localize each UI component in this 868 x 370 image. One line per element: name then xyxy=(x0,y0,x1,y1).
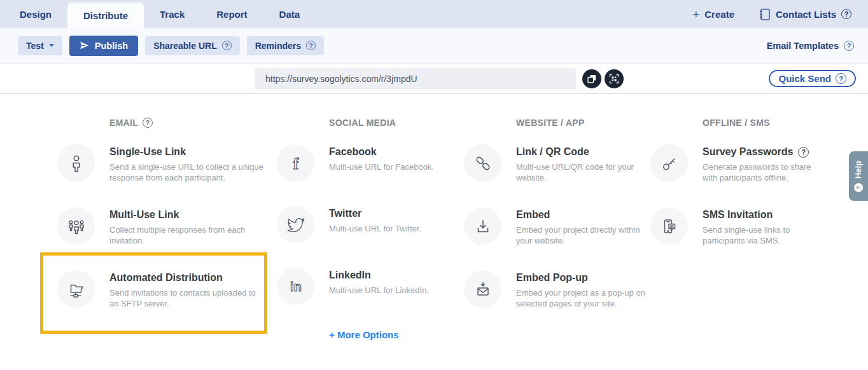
option-title-label: Twitter xyxy=(329,208,361,219)
embed-download-icon xyxy=(464,207,501,245)
test-dropdown[interactable]: Test xyxy=(18,36,62,55)
shareable-url-label: Shareable URL xyxy=(153,41,217,51)
svg-text:in: in xyxy=(290,280,302,294)
folder-network-icon xyxy=(57,270,95,308)
option-description: Send a single-use URL to collect a uniqu… xyxy=(109,161,263,183)
distribute-page: Design Distribute Track Report Data + Cr… xyxy=(0,0,868,370)
create-button[interactable]: + Create xyxy=(692,8,734,20)
email-templates-button[interactable]: Email Templates ? xyxy=(767,41,854,51)
option-description: Multi-use URL for LinkedIn. xyxy=(329,285,429,296)
main-tabs: Design Distribute Track Report Data xyxy=(4,0,316,28)
option-single-use-link[interactable]: Single-Use Link Send a single-use URL to… xyxy=(57,144,277,183)
phone-sms-icon xyxy=(650,207,688,245)
option-title: SMS Invitation xyxy=(703,209,827,221)
facebook-icon: f xyxy=(277,144,314,182)
column-website-app: WEBSITE / APP Link / QR Code Multi-u xyxy=(464,118,650,340)
option-description: Generate passwords to share with partici… xyxy=(703,161,827,183)
option-description: Collect multiple responses from each inv… xyxy=(109,224,263,246)
option-description: Embed your project as a pop-up on select… xyxy=(516,287,647,309)
option-twitter[interactable]: Twitter Multi-use URL for Twitter. xyxy=(277,206,464,243)
option-title: Twitter xyxy=(329,208,421,219)
option-title: Multi-Use Link xyxy=(109,209,263,221)
help-icon[interactable]: ? xyxy=(306,41,316,50)
help-icon[interactable]: ? xyxy=(798,147,809,158)
option-automated-distribution[interactable]: Automated Distribution Send invitations … xyxy=(57,270,277,309)
column-header-label: EMAIL xyxy=(109,118,138,128)
link-chain-icon xyxy=(464,144,501,182)
option-description: Multi-use URL for Facebook. xyxy=(329,161,434,172)
option-description: Multi-use URL for Twitter. xyxy=(329,223,421,234)
qr-code-button[interactable] xyxy=(605,69,624,88)
column-email: EMAIL ? Single-Use Link Send a single-us… xyxy=(57,118,277,340)
quick-send-button[interactable]: Quick Send ? xyxy=(769,70,856,87)
option-title-label: Facebook xyxy=(329,146,377,158)
help-icon[interactable]: ? xyxy=(143,118,153,128)
chevron-down-icon xyxy=(49,44,54,47)
create-label: Create xyxy=(704,9,734,20)
column-social-media: SOCIAL MEDIA f Facebook Multi-use URL fo… xyxy=(277,118,464,340)
contact-lists-button[interactable]: Contact Lists ? xyxy=(759,8,851,21)
option-description: Send single-use links to participants vi… xyxy=(703,224,827,246)
option-link-qr-code[interactable]: Link / QR Code Multi-use URL/QR code for… xyxy=(464,144,650,183)
option-title: LinkedIn xyxy=(329,270,429,281)
help-icon[interactable]: ? xyxy=(222,41,232,50)
option-title-label: SMS Invitation xyxy=(703,209,773,221)
column-header-social-media: SOCIAL MEDIA xyxy=(329,118,464,128)
option-title-label: Automated Distribution xyxy=(109,272,223,284)
option-title: Single-Use Link xyxy=(109,146,263,158)
twitter-icon xyxy=(277,206,314,243)
survey-url-input[interactable] xyxy=(255,68,576,90)
distribution-options: EMAIL ? Single-Use Link Send a single-us… xyxy=(0,94,868,340)
key-icon xyxy=(650,144,688,182)
option-title: Embed Pop-up xyxy=(516,272,647,284)
tab-track[interactable]: Track xyxy=(144,0,200,28)
option-title: Embed xyxy=(516,209,647,221)
column-header-offline-sms: OFFLINE / SMS xyxy=(703,118,841,128)
option-title: Automated Distribution xyxy=(109,272,263,284)
option-description: Multi-use URL/QR code for your website. xyxy=(516,161,647,183)
reminders-button[interactable]: Reminders ? xyxy=(247,36,324,55)
quick-send-label: Quick Send xyxy=(778,73,831,84)
multi-user-icon xyxy=(57,207,95,245)
tab-data[interactable]: Data xyxy=(263,0,316,28)
option-title-label: Multi-Use Link xyxy=(109,209,179,221)
option-title-label: Embed xyxy=(516,209,550,221)
help-icon[interactable]: ? xyxy=(836,73,846,84)
help-icon[interactable]: ? xyxy=(841,9,851,19)
question-circle-icon: ? xyxy=(854,183,863,192)
column-header-label: WEBSITE / APP xyxy=(516,118,585,128)
option-linkedin[interactable]: in LinkedIn Multi-use URL for LinkedIn. xyxy=(277,268,464,305)
copy-icon xyxy=(587,74,597,84)
help-tab-label: Help xyxy=(854,160,864,178)
qr-code-icon xyxy=(609,74,619,84)
publish-button[interactable]: Publish xyxy=(69,36,138,56)
option-embed-popup[interactable]: Embed Pop-up Embed your project as a pop… xyxy=(464,270,650,309)
option-title: Survey Passwords ? xyxy=(703,146,827,158)
option-facebook[interactable]: f Facebook Multi-use URL for Facebook. xyxy=(277,144,464,182)
option-multi-use-link[interactable]: Multi-Use Link Collect multiple response… xyxy=(57,207,277,246)
more-options-link[interactable]: + More Options xyxy=(329,329,464,340)
option-sms-invitation[interactable]: SMS Invitation Send single-use links to … xyxy=(650,207,841,246)
column-header-label: OFFLINE / SMS xyxy=(703,118,770,128)
tab-design[interactable]: Design xyxy=(4,0,67,28)
topbar-actions: + Create Contact Lists ? xyxy=(692,0,868,28)
tab-report[interactable]: Report xyxy=(200,0,263,28)
publish-label: Publish xyxy=(95,41,128,51)
option-description: Embed your project directly within your … xyxy=(516,224,647,246)
survey-url-bar: Quick Send ? xyxy=(0,64,868,94)
option-embed[interactable]: Embed Embed your project directly within… xyxy=(464,207,650,246)
plus-icon: + xyxy=(692,8,699,20)
address-book-icon xyxy=(759,8,771,21)
send-arrow-icon xyxy=(80,41,89,50)
column-header-email: EMAIL ? xyxy=(109,118,277,128)
test-label: Test xyxy=(26,41,44,51)
copy-url-button[interactable] xyxy=(582,69,601,88)
help-icon[interactable]: ? xyxy=(844,41,854,51)
option-title-label: Link / QR Code xyxy=(516,146,589,158)
option-title-label: Survey Passwords xyxy=(703,146,793,158)
tab-distribute[interactable]: Distribute xyxy=(67,3,144,28)
shareable-url-button[interactable]: Shareable URL ? xyxy=(145,36,240,55)
option-title: Link / QR Code xyxy=(516,146,647,158)
option-survey-passwords[interactable]: Survey Passwords ? Generate passwords to… xyxy=(650,144,841,183)
help-side-tab[interactable]: ? Help xyxy=(849,151,868,201)
